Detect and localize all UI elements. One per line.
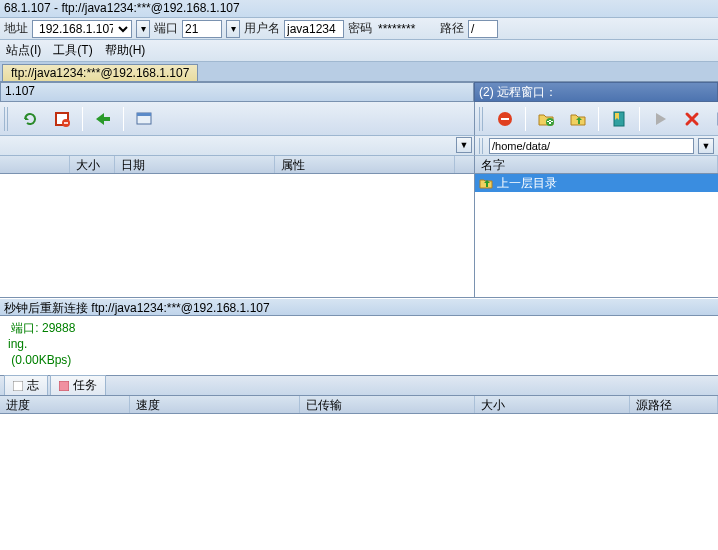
folder-up-icon (479, 176, 493, 190)
col-date[interactable]: 日期 (115, 156, 275, 173)
col-xfer-size[interactable]: 大小 (475, 396, 630, 413)
svg-rect-10 (13, 381, 23, 391)
log-tab-icon (13, 381, 23, 391)
svg-rect-2 (64, 122, 68, 124)
log-line: ing. (8, 336, 710, 352)
tab-log[interactable]: 志 (4, 375, 48, 395)
title-bar: 68.1.107 - ftp://java1234:***@192.168.1.… (0, 0, 718, 18)
col-progress[interactable]: 进度 (0, 396, 130, 413)
remote-file-pane[interactable]: 上一层目录 (474, 174, 718, 298)
toolbar-separator (639, 107, 640, 131)
local-column-headers: 大小 日期 属性 (0, 156, 474, 174)
explorer-button[interactable] (132, 107, 156, 131)
svg-rect-6 (501, 118, 509, 120)
toolbar-grip-icon (4, 107, 10, 131)
menu-help[interactable]: 帮助(H) (105, 42, 146, 59)
user-label: 用户名 (244, 20, 280, 37)
column-headers: 大小 日期 属性 名字 (0, 156, 718, 174)
file-panes: 上一层目录 (0, 174, 718, 298)
address-bar: 地址 192.168.1.107 ▾ 端口 ▾ 用户名 密码 路径 (0, 18, 718, 40)
local-path-bar: ▼ (0, 136, 474, 156)
address-label: 地址 (4, 20, 28, 37)
bookmark-button[interactable] (607, 107, 631, 131)
user-input[interactable] (284, 20, 344, 38)
col-attr[interactable]: 属性 (275, 156, 455, 173)
toolbar-grip-icon (479, 107, 485, 131)
path-bars: ▼ ▼ (0, 136, 718, 156)
col-size[interactable]: 大小 (70, 156, 115, 173)
upload-button[interactable] (91, 107, 115, 131)
window-title: 68.1.107 - ftp://java1234:***@192.168.1.… (4, 1, 240, 15)
remote-path-input[interactable] (489, 138, 694, 154)
password-label: 密码 (348, 20, 372, 37)
path-input[interactable] (468, 20, 498, 38)
toolbar-separator (598, 107, 599, 131)
stop-button[interactable] (50, 107, 74, 131)
log-area[interactable]: 端口: 29888 ing. (0.00KBps) (0, 316, 718, 376)
new-folder-button[interactable] (534, 107, 558, 131)
svg-rect-11 (59, 381, 69, 391)
path-grip-icon (479, 138, 485, 154)
play-button[interactable] (648, 107, 672, 131)
address-combo[interactable]: 192.168.1.107 (32, 20, 132, 38)
password-input[interactable] (376, 20, 436, 38)
port-dropdown-icon[interactable]: ▾ (226, 20, 240, 38)
bottom-tab-strip: 志 任务 (0, 376, 718, 396)
log-line: 端口: 29888 (8, 320, 710, 336)
col-source-path[interactable]: 源路径 (630, 396, 718, 413)
tab-tasks-label: 任务 (73, 377, 97, 394)
local-path-dropdown-icon[interactable]: ▼ (456, 137, 472, 153)
remote-path-dropdown-icon[interactable]: ▼ (698, 138, 714, 154)
address-dropdown-icon[interactable]: ▾ (136, 20, 150, 38)
delete-button[interactable] (680, 107, 704, 131)
tasks-tab-icon (59, 381, 69, 391)
settings-button[interactable] (712, 107, 718, 131)
port-input[interactable] (182, 20, 222, 38)
col-name[interactable] (0, 156, 70, 173)
remote-pane-title: (2) 远程窗口：ftp://java1234:***@192.168.1.10… (474, 82, 718, 102)
svg-rect-4 (137, 113, 151, 116)
parent-dir-row[interactable]: 上一层目录 (475, 174, 718, 192)
remote-column-headers: 名字 (474, 156, 718, 174)
col-speed[interactable]: 速度 (130, 396, 300, 413)
col-remote-name[interactable]: 名字 (475, 156, 718, 173)
menu-bar: 站点(I) 工具(T) 帮助(H) (0, 40, 718, 62)
status-bar: 秒钟后重新连接 ftp://java1234:***@192.168.1.107 (0, 298, 718, 316)
port-label: 端口 (154, 20, 178, 37)
tab-log-label: 志 (27, 377, 39, 394)
remote-toolbar (474, 102, 718, 136)
parent-dir-label: 上一层目录 (497, 175, 557, 192)
path-label: 路径 (440, 20, 464, 37)
session-tab-strip: ftp://java1234:***@192.168.1.107 (0, 62, 718, 82)
toolbar-separator (123, 107, 124, 131)
refresh-button[interactable] (18, 107, 42, 131)
menu-tools[interactable]: 工具(T) (53, 42, 92, 59)
transfer-area[interactable] (0, 414, 718, 510)
pane-headers: 1.107 (2) 远程窗口：ftp://java1234:***@192.16… (0, 82, 718, 102)
local-file-pane[interactable] (0, 174, 474, 298)
toolbar-separator (82, 107, 83, 131)
col-transferred[interactable]: 已传输 (300, 396, 475, 413)
local-pane-title: 1.107 (0, 82, 474, 102)
toolbar-separator (525, 107, 526, 131)
log-line: (0.00KBps) (8, 352, 710, 368)
menu-site[interactable]: 站点(I) (6, 42, 41, 59)
status-text: 秒钟后重新连接 ftp://java1234:***@192.168.1.107 (4, 301, 270, 315)
local-toolbar (0, 102, 474, 136)
disconnect-button[interactable] (493, 107, 517, 131)
folder-up-button[interactable] (566, 107, 590, 131)
toolbars (0, 102, 718, 136)
tab-tasks[interactable]: 任务 (50, 375, 106, 395)
session-tab[interactable]: ftp://java1234:***@192.168.1.107 (2, 64, 198, 81)
remote-path-bar: ▼ (474, 136, 718, 156)
transfer-columns: 进度 速度 已传输 大小 源路径 (0, 396, 718, 414)
